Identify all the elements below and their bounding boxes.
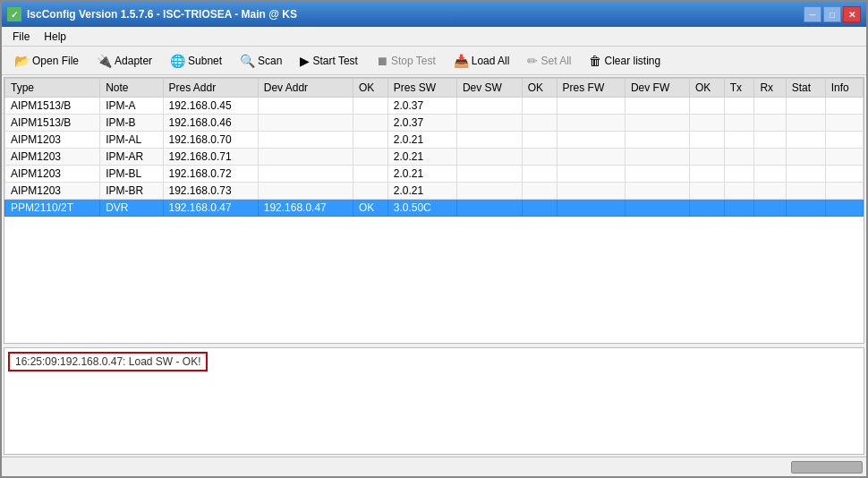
table-cell: IPM-A [100, 98, 163, 115]
load-all-button[interactable]: 📥 Load All [447, 50, 517, 72]
stop-test-button[interactable]: ⏹ Stop Test [369, 50, 443, 72]
start-test-button[interactable]: ▶ Start Test [293, 50, 364, 72]
app-icon: ✓ [7, 7, 21, 21]
table-cell [557, 98, 625, 115]
table-cell [522, 149, 557, 166]
table-cell [689, 132, 724, 149]
table-cell [353, 98, 387, 115]
subnet-icon: 🌐 [170, 54, 185, 68]
col-note: Note [100, 79, 163, 98]
adapter-icon: 🔌 [97, 54, 112, 68]
table-cell [754, 98, 786, 115]
table-cell [258, 166, 353, 183]
table-cell [786, 115, 825, 132]
table-cell [754, 183, 786, 200]
col-ok1: OK [353, 79, 387, 98]
table-cell: 192.168.0.47 [163, 200, 258, 217]
table-cell [625, 183, 689, 200]
scan-label: Scan [258, 55, 282, 67]
table-cell [456, 183, 522, 200]
menu-item-help[interactable]: Help [37, 29, 73, 45]
table-cell [353, 149, 387, 166]
table-cell [456, 132, 522, 149]
title-bar-controls: ─ □ ✕ [804, 6, 861, 22]
adapter-button[interactable]: 🔌 Adapter [89, 50, 159, 72]
clear-listing-icon: 🗑 [589, 54, 601, 68]
table-cell [825, 149, 863, 166]
minimize-button[interactable]: ─ [804, 6, 821, 22]
table-cell [557, 166, 625, 183]
table-cell [724, 115, 754, 132]
subnet-button[interactable]: 🌐 Subnet [163, 50, 229, 72]
table-cell: OK [353, 200, 387, 217]
table-cell [456, 149, 522, 166]
table-cell [625, 115, 689, 132]
table-cell [258, 115, 353, 132]
table-cell [754, 166, 786, 183]
col-ok2: OK [522, 79, 557, 98]
table-cell: 2.0.21 [387, 166, 456, 183]
title-bar: ✓ IscConfig Version 1.5.7.6 - ISC-TRIOSE… [2, 2, 866, 27]
table-cell [456, 166, 522, 183]
scrollbar-thumb[interactable] [791, 461, 863, 474]
set-all-button[interactable]: ✏ Set All [520, 50, 578, 72]
clear-listing-label: Clear listing [604, 55, 660, 67]
table-cell: 2.0.37 [387, 115, 456, 132]
table-row[interactable]: AIPM1203IPM-AR192.168.0.712.0.21 [5, 149, 864, 166]
adapter-label: Adapter [115, 55, 152, 67]
table-cell: IPM-BR [100, 183, 163, 200]
table-cell [353, 183, 387, 200]
table-cell: 192.168.0.46 [163, 115, 258, 132]
table-row[interactable]: AIPM1203IPM-BL192.168.0.722.0.21 [5, 166, 864, 183]
table-cell [754, 115, 786, 132]
table-row[interactable]: AIPM1513/BIPM-A192.168.0.452.0.37 [5, 98, 864, 115]
load-all-label: Load All [472, 55, 510, 67]
set-all-label: Set All [540, 55, 571, 67]
table-cell [825, 115, 863, 132]
toolbar: 📂 Open File 🔌 Adapter 🌐 Subnet 🔍 Scan ▶ … [2, 47, 866, 75]
table-cell [724, 200, 754, 217]
table-cell [754, 200, 786, 217]
table-row[interactable]: AIPM1513/BIPM-B192.168.0.462.0.37 [5, 115, 864, 132]
table-cell [353, 132, 387, 149]
table-row[interactable]: PPM2110/2TDVR192.168.0.47192.168.0.47OK3… [5, 200, 864, 217]
table-cell: 192.168.0.70 [163, 132, 258, 149]
table-row[interactable]: AIPM1203IPM-AL192.168.0.702.0.21 [5, 132, 864, 149]
stop-test-label: Stop Test [391, 55, 436, 67]
clear-listing-button[interactable]: 🗑 Clear listing [582, 50, 668, 72]
table-scroll[interactable]: Type Note Pres Addr Dev Addr OK Pres SW … [4, 78, 864, 343]
title-bar-left: ✓ IscConfig Version 1.5.7.6 - ISC-TRIOSE… [7, 7, 297, 21]
stop-test-icon: ⏹ [376, 54, 388, 68]
table-cell: 3.0.50C [387, 200, 456, 217]
col-tx: Tx [724, 79, 754, 98]
close-button[interactable]: ✕ [843, 6, 861, 22]
table-cell [689, 183, 724, 200]
col-rx: Rx [754, 79, 786, 98]
table-cell: 2.0.21 [387, 132, 456, 149]
table-cell [825, 200, 863, 217]
table-cell [557, 183, 625, 200]
table-cell: 192.168.0.45 [163, 98, 258, 115]
table-row[interactable]: AIPM1203IPM-BR192.168.0.732.0.21 [5, 183, 864, 200]
table-cell [786, 149, 825, 166]
table-cell [522, 166, 557, 183]
table-cell [689, 149, 724, 166]
table-cell: 192.168.0.47 [258, 200, 353, 217]
table-cell [724, 166, 754, 183]
table-cell [825, 98, 863, 115]
table-cell [456, 200, 522, 217]
start-test-label: Start Test [312, 55, 357, 67]
table-cell: 2.0.37 [387, 98, 456, 115]
table-cell [825, 132, 863, 149]
table-cell [689, 98, 724, 115]
table-cell [258, 98, 353, 115]
table-cell: AIPM1203 [5, 132, 100, 149]
menu-item-file[interactable]: File [5, 29, 37, 45]
maximize-button[interactable]: □ [823, 6, 841, 22]
table-area: Type Note Pres Addr Dev Addr OK Pres SW … [4, 77, 864, 344]
table-cell [724, 183, 754, 200]
scan-button[interactable]: 🔍 Scan [233, 50, 289, 72]
table-cell [258, 183, 353, 200]
table-cell [724, 149, 754, 166]
open-file-button[interactable]: 📂 Open File [7, 50, 86, 72]
